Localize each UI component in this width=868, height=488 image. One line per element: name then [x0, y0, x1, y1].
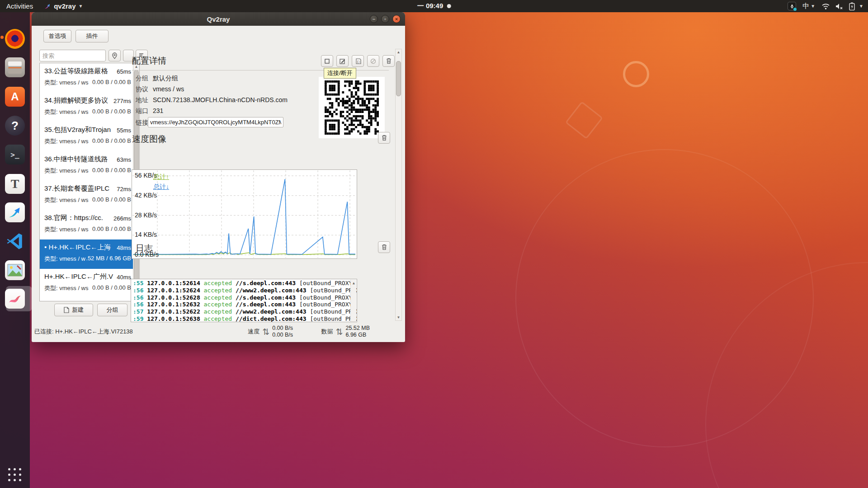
chart-ytick: 14 KB/s: [135, 231, 157, 238]
dock-photos[interactable]: [4, 259, 26, 281]
app-menu-label: qv2ray: [54, 2, 75, 10]
connection-status: 已连接: H+.HK←IPLC←上海.VI72138: [34, 328, 133, 336]
speed-status: 速度 ⇅ 0.00 B/s 0.00 B/s: [248, 325, 293, 338]
search-input[interactable]: [39, 50, 106, 61]
scrollbar-thumb[interactable]: [396, 61, 401, 96]
connect-disconnect-button[interactable]: [321, 55, 333, 67]
data-label: 数据: [321, 328, 333, 336]
clear-chart-button[interactable]: [378, 132, 390, 144]
data-down-value: 6.96 GB: [345, 332, 370, 338]
plugins-button[interactable]: 插件: [75, 30, 108, 42]
server-list[interactable]: 33.公益等级線路嚴格 65ms 类型: vmess / ws 0.00 B /…: [39, 63, 140, 301]
server-ping: 40ms: [117, 274, 131, 281]
server-ping: 55ms: [117, 127, 131, 134]
panel-scrollbar[interactable]: ▲ ▼: [395, 49, 402, 321]
server-traffic: 0.00 B / 0.00 B: [92, 79, 131, 87]
data-status: 数据 ⇅ 25.52 MB 6.96 GB: [321, 325, 370, 338]
wallpaper-ring: [623, 61, 649, 87]
input-method-indicator-icon[interactable]: [788, 2, 796, 10]
dock-firefox[interactable]: [4, 28, 26, 50]
scroll-up-icon[interactable]: ▲: [396, 50, 401, 54]
plugins-label: 插件: [86, 32, 98, 40]
scroll-up-icon[interactable]: ▲: [351, 280, 357, 287]
server-ping: 48ms: [117, 244, 131, 251]
system-status-area[interactable]: 中 ▼ ▼: [783, 0, 868, 12]
clock[interactable]: 一 09:49: [417, 2, 451, 10]
scroll-down-icon[interactable]: ▼: [396, 315, 401, 319]
speed-down-value: 0.00 B/s: [272, 332, 293, 338]
server-list-item[interactable]: H+.HK←IPLC←广州.V 40ms 类型: vmess / ws 0.00…: [40, 269, 139, 298]
share-link-input[interactable]: [148, 117, 283, 127]
trash-icon: [386, 58, 392, 64]
server-traffic: 0.00 B / 0.00 B: [92, 137, 131, 145]
qr-code: [325, 80, 379, 135]
dock: A ? >_ T: [0, 12, 30, 488]
active-app-highlight: [6, 286, 32, 311]
show-applications-button[interactable]: [6, 466, 24, 483]
config-details-title: 配置详情: [132, 55, 166, 67]
dock-qv2ray-arrow[interactable]: [4, 202, 26, 223]
server-list-item[interactable]: • H+.HK←IPLC←上海 48ms 类型: vmess / w .52 M…: [40, 239, 139, 269]
crossed-circle-icon: [370, 58, 376, 64]
window-titlebar[interactable]: Qv2ray – ▫ ×: [32, 12, 405, 26]
firefox-icon: [5, 29, 25, 49]
log-scrollbar[interactable]: ▲: [350, 280, 356, 322]
server-list-item[interactable]: 33.公益等级線路嚴格 65ms 类型: vmess / ws 0.00 B /…: [40, 63, 139, 93]
system-tray[interactable]: ▼: [821, 2, 863, 10]
keyboard-caret-icon: ▼: [811, 4, 815, 9]
speed-up-value: 0.00 B/s: [272, 325, 293, 332]
server-name: 33.公益等级線路嚴格: [44, 67, 116, 75]
server-traffic: 0.00 B / 0.00 B: [92, 108, 131, 116]
server-ping: 63ms: [117, 156, 131, 163]
clear-log-button[interactable]: [378, 241, 390, 253]
dock-text-editor[interactable]: T: [4, 173, 26, 195]
maximize-button[interactable]: ▫: [381, 15, 389, 23]
legend-total-up[interactable]: 总计↑: [153, 173, 169, 181]
edit-config-button[interactable]: [336, 55, 349, 67]
field-group: 分组默认分组: [136, 75, 178, 83]
activities-button[interactable]: Activities: [0, 0, 39, 12]
server-list-item[interactable]: 37.长期套餐覆盖IPLC 72ms 类型: vmess / ws 0.00 B…: [40, 181, 139, 210]
preferences-button[interactable]: 首选项: [43, 30, 71, 42]
server-list-item[interactable]: 34.捐赠解锁更多协议 277ms 类型: vmess / ws 0.00 B …: [40, 93, 139, 122]
field-port: 端口231: [136, 107, 163, 115]
wallpaper-circle-2: [705, 262, 868, 488]
field-protocol: 协议vmess / ws: [136, 85, 184, 94]
server-ping: 65ms: [117, 68, 131, 75]
server-list-item[interactable]: H+.CC←IPLC←: [40, 298, 139, 301]
group-button[interactable]: 分组: [97, 304, 127, 316]
close-button[interactable]: ×: [392, 15, 401, 23]
location-pin-icon: [112, 52, 118, 59]
log-output[interactable]: :55 127.0.0.1:52614 accepted //s.deepl.c…: [131, 279, 357, 322]
log-line: :55 127.0.0.1:52614 accepted //s.deepl.c…: [133, 280, 355, 287]
dock-help[interactable]: ?: [4, 115, 26, 136]
minimize-button[interactable]: –: [370, 15, 378, 23]
locate-current-button[interactable]: [108, 50, 121, 61]
ubuntu-software-icon: A: [5, 87, 25, 107]
latency-test-button-disabled[interactable]: [367, 55, 379, 67]
server-ping: 277ms: [113, 98, 131, 104]
dock-terminal[interactable]: >_: [4, 144, 26, 165]
dock-vscode[interactable]: [4, 230, 26, 252]
edit-json-button[interactable]: {:}: [352, 55, 364, 67]
server-list-item[interactable]: 36.中继中转隧道线路 63ms 类型: vmess / ws 0.00 B /…: [40, 151, 139, 181]
dock-qv2ray-active[interactable]: [4, 288, 26, 310]
server-list-item[interactable]: 38.官网：https://cc. 266ms 类型: vmess / ws 0…: [40, 210, 139, 239]
trash-icon: [382, 244, 387, 250]
app-menu[interactable]: qv2ray ▼: [39, 0, 87, 12]
server-list-item[interactable]: 35.包括V2ray和Trojan 55ms 类型: vmess / ws 0.…: [40, 122, 139, 151]
dock-ubuntu-software[interactable]: A: [4, 86, 26, 108]
legend-total-down[interactable]: 总计↓: [153, 183, 169, 191]
dock-files[interactable]: [4, 56, 26, 78]
notification-dot-icon: [447, 4, 451, 8]
log-line: :59 127.0.0.1:52638 accepted //dict.deep…: [133, 315, 355, 322]
files-icon: [5, 57, 25, 77]
log-line: :57 127.0.0.1:52622 accepted //www2.deep…: [133, 308, 355, 315]
server-type: 类型: vmess / ws: [44, 79, 89, 87]
server-type: 类型: vmess / ws: [44, 137, 89, 145]
delete-config-button[interactable]: [382, 55, 395, 67]
new-config-button[interactable]: 新建: [54, 304, 93, 316]
server-name: • H+.HK←IPLC←上海: [44, 243, 116, 252]
keyboard-layout-indicator[interactable]: 中 ▼: [802, 2, 815, 10]
field-address: 地址SCDN.72138.JMOFLH.China-nCDN-nRDS.com: [136, 96, 288, 104]
